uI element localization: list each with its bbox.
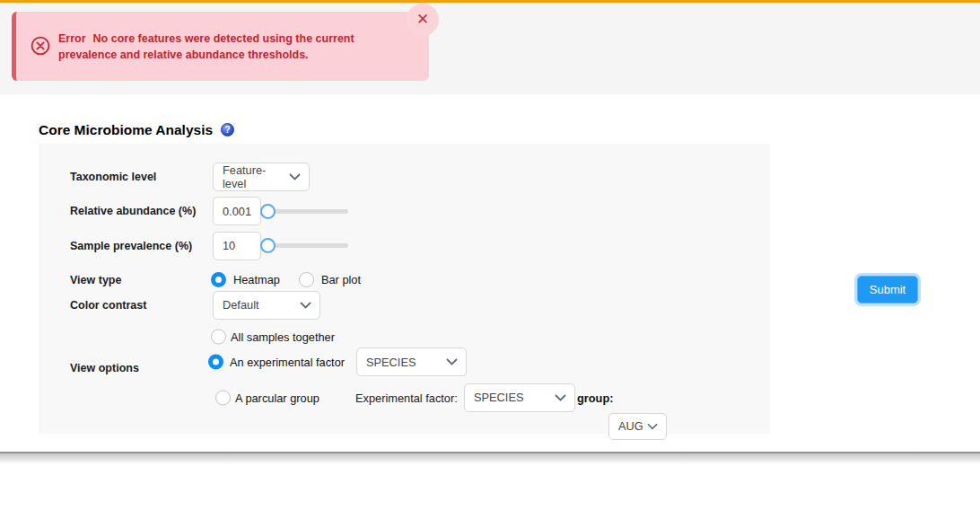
- error-message: ErrorNo core features were detected usin…: [58, 31, 402, 63]
- chevron-down-icon: [446, 358, 458, 365]
- relative-abundance-label: Relative abundance (%): [70, 205, 213, 217]
- chevron-down-icon: [555, 394, 566, 401]
- error-message-text: No core features were detected using the…: [58, 32, 354, 61]
- chevron-down-icon: [647, 423, 658, 430]
- submit-button[interactable]: Submit: [857, 276, 918, 303]
- slider-handle[interactable]: [260, 204, 276, 219]
- radio-selected-icon[interactable]: [211, 272, 226, 287]
- group-value: AUG: [618, 419, 643, 433]
- radio-label: A parcular group: [235, 391, 319, 404]
- radio-label: An experimental factor: [230, 356, 345, 369]
- radio-all-samples[interactable]: [211, 329, 226, 344]
- group-factor-select[interactable]: SPECIES: [464, 383, 575, 412]
- taxonomic-level-label: Taxonomic level: [70, 171, 213, 183]
- help-icon[interactable]: ?: [221, 123, 234, 136]
- sample-prevalence-label: Sample prevalence (%): [70, 240, 213, 252]
- error-circle-x-icon: [31, 36, 50, 56]
- radio-experimental-factor[interactable]: [208, 355, 223, 370]
- close-icon: ✕: [416, 11, 429, 28]
- page-header: Core Microbiome Analysis ?: [39, 122, 234, 138]
- radio-particular-group[interactable]: [215, 390, 231, 405]
- chevron-down-icon: [300, 302, 311, 309]
- group-factor-value: SPECIES: [474, 391, 523, 404]
- slider-track[interactable]: [267, 243, 348, 248]
- taxonomic-level-value: Feature-level: [223, 163, 285, 190]
- group-text-label: group:: [577, 391, 614, 404]
- radio-unselected-icon[interactable]: [299, 272, 314, 287]
- color-contrast-label: Color contrast: [70, 299, 213, 312]
- radio-label: Heatmap: [233, 273, 280, 286]
- radio-label: Bar plot: [321, 273, 361, 286]
- relative-abundance-input[interactable]: [213, 197, 261, 225]
- experimental-factor-select[interactable]: SPECIES: [356, 347, 467, 376]
- sample-prevalence-slider: [260, 238, 348, 253]
- slider-handle[interactable]: [260, 238, 276, 253]
- chevron-down-icon: [289, 173, 301, 180]
- error-toast: ✕ ErrorNo core features were detected us…: [12, 12, 429, 81]
- analysis-form-panel: Taxonomic level Feature-level Relative a…: [39, 144, 770, 434]
- relative-abundance-slider: [260, 204, 348, 219]
- color-contrast-select[interactable]: Default: [213, 291, 320, 320]
- toast-close-button[interactable]: ✕: [407, 4, 439, 36]
- taxonomic-level-select[interactable]: Feature-level: [213, 163, 310, 191]
- experimental-factor-text-label: Experimental factor:: [355, 391, 458, 404]
- view-type-radio-heatmap[interactable]: Heatmap: [211, 272, 280, 287]
- group-select[interactable]: AUG: [608, 413, 667, 440]
- color-contrast-value: Default: [223, 298, 259, 312]
- view-type-radio-barplot[interactable]: Bar plot: [299, 272, 361, 287]
- page-title: Core Microbiome Analysis: [39, 122, 213, 138]
- slider-track[interactable]: [267, 209, 348, 214]
- sample-prevalence-input[interactable]: [213, 232, 261, 260]
- radio-label: All samples together: [231, 330, 335, 343]
- error-title: Error: [58, 32, 86, 45]
- bottom-divider: [0, 452, 980, 453]
- experimental-factor-value: SPECIES: [366, 356, 416, 369]
- view-type-label: View type: [70, 274, 213, 286]
